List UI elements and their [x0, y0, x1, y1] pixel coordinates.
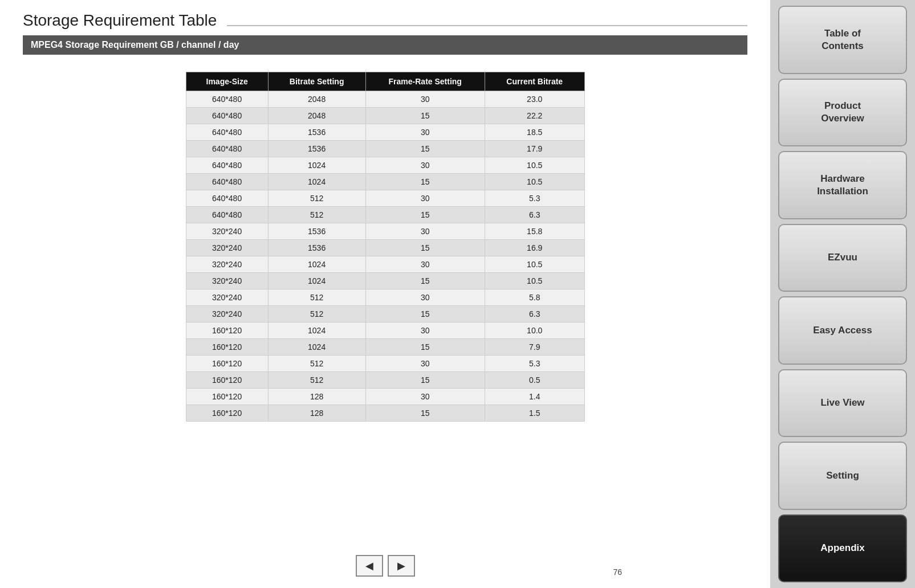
- table-cell: 22.2: [485, 108, 584, 124]
- table-row: 320*24010241510.5: [186, 273, 584, 289]
- table-cell: 30: [365, 256, 485, 273]
- table-row: 160*12010243010.0: [186, 322, 584, 339]
- table-cell: 30: [365, 356, 485, 372]
- table-cell: 640*480: [186, 174, 268, 190]
- table-cell: 512: [268, 306, 365, 322]
- table-row: 160*120128151.5: [186, 405, 584, 422]
- page-title: Storage Requirement Table: [23, 11, 217, 30]
- table-cell: 30: [365, 190, 485, 207]
- table-cell: 160*120: [186, 372, 268, 389]
- table-cell: 512: [268, 289, 365, 306]
- sidebar-btn-ezvuu[interactable]: EZvuu: [778, 224, 907, 292]
- table-row: 640*48015361517.9: [186, 141, 584, 157]
- storage-table: Image-SizeBitrate SettingFrame-Rate Sett…: [186, 72, 585, 422]
- page-number: 76: [613, 567, 622, 577]
- table-cell: 5.3: [485, 190, 584, 207]
- prev-button[interactable]: ◀: [356, 555, 383, 577]
- table-cell: 320*240: [186, 289, 268, 306]
- table-cell: 1024: [268, 273, 365, 289]
- table-cell: 18.5: [485, 124, 584, 141]
- table-cell: 15: [365, 174, 485, 190]
- main-content: Storage Requirement Table MPEG4 Storage …: [0, 0, 770, 588]
- table-cell: 16.9: [485, 240, 584, 256]
- table-cell: 640*480: [186, 141, 268, 157]
- table-cell: 15: [365, 339, 485, 356]
- table-cell: 10.0: [485, 322, 584, 339]
- table-header-cell: Frame-Rate Setting: [365, 72, 485, 91]
- table-cell: 5.3: [485, 356, 584, 372]
- table-cell: 160*120: [186, 405, 268, 422]
- table-cell: 2048: [268, 108, 365, 124]
- table-cell: 512: [268, 207, 365, 223]
- table-row: 160*120512305.3: [186, 356, 584, 372]
- table-cell: 1536: [268, 124, 365, 141]
- table-wrapper: Image-SizeBitrate SettingFrame-Rate Sett…: [23, 72, 747, 422]
- table-cell: 15: [365, 306, 485, 322]
- table-cell: 640*480: [186, 190, 268, 207]
- table-cell: 6.3: [485, 306, 584, 322]
- table-cell: 10.5: [485, 273, 584, 289]
- sidebar-btn-product-overview[interactable]: Product Overview: [778, 79, 907, 147]
- table-cell: 640*480: [186, 108, 268, 124]
- table-body: 640*48020483023.0640*48020481522.2640*48…: [186, 91, 584, 422]
- table-row: 640*48020481522.2: [186, 108, 584, 124]
- table-cell: 30: [365, 223, 485, 240]
- sidebar-btn-easy-access[interactable]: Easy Access: [778, 296, 907, 365]
- table-row: 320*24010243010.5: [186, 256, 584, 273]
- table-header-cell: Bitrate Setting: [268, 72, 365, 91]
- table-cell: 7.9: [485, 339, 584, 356]
- table-cell: 6.3: [485, 207, 584, 223]
- table-cell: 30: [365, 91, 485, 108]
- table-cell: 5.8: [485, 289, 584, 306]
- table-cell: 1024: [268, 339, 365, 356]
- table-row: 320*24015363015.8: [186, 223, 584, 240]
- table-cell: 320*240: [186, 306, 268, 322]
- table-cell: 15: [365, 405, 485, 422]
- table-row: 640*48020483023.0: [186, 91, 584, 108]
- table-row: 160*120512150.5: [186, 372, 584, 389]
- table-cell: 1024: [268, 174, 365, 190]
- table-cell: 15: [365, 141, 485, 157]
- table-cell: 10.5: [485, 256, 584, 273]
- table-row: 640*48010243010.5: [186, 157, 584, 174]
- table-cell: 15: [365, 372, 485, 389]
- title-row: Storage Requirement Table: [23, 11, 747, 30]
- table-cell: 15: [365, 240, 485, 256]
- table-cell: 1024: [268, 157, 365, 174]
- table-row: 640*480512305.3: [186, 190, 584, 207]
- table-cell: 640*480: [186, 157, 268, 174]
- next-button[interactable]: ▶: [388, 555, 415, 577]
- table-cell: 512: [268, 190, 365, 207]
- table-cell: 512: [268, 372, 365, 389]
- table-row: 640*48010241510.5: [186, 174, 584, 190]
- table-cell: 512: [268, 356, 365, 372]
- table-cell: 320*240: [186, 256, 268, 273]
- table-row: 160*1201024157.9: [186, 339, 584, 356]
- table-cell: 10.5: [485, 157, 584, 174]
- table-cell: 320*240: [186, 223, 268, 240]
- sidebar-btn-setting[interactable]: Setting: [778, 442, 907, 510]
- navigation-buttons: ◀ ▶: [23, 544, 747, 577]
- sidebar-btn-hardware-installation[interactable]: Hardware Installation: [778, 151, 907, 219]
- table-cell: 15: [365, 273, 485, 289]
- table-cell: 320*240: [186, 240, 268, 256]
- table-cell: 640*480: [186, 91, 268, 108]
- table-cell: 160*120: [186, 356, 268, 372]
- table-cell: 30: [365, 389, 485, 405]
- table-cell: 1024: [268, 322, 365, 339]
- table-cell: 128: [268, 389, 365, 405]
- table-cell: 17.9: [485, 141, 584, 157]
- table-cell: 640*480: [186, 124, 268, 141]
- table-cell: 160*120: [186, 339, 268, 356]
- sidebar-btn-table-of-contents[interactable]: Table of Contents: [778, 6, 907, 74]
- table-cell: 128: [268, 405, 365, 422]
- sidebar-btn-appendix[interactable]: Appendix: [778, 514, 907, 583]
- sidebar-btn-live-view[interactable]: Live View: [778, 369, 907, 438]
- table-cell: 640*480: [186, 207, 268, 223]
- sidebar: Table of ContentsProduct OverviewHardwar…: [770, 0, 915, 588]
- table-cell: 15: [365, 108, 485, 124]
- table-cell: 320*240: [186, 273, 268, 289]
- table-cell: 160*120: [186, 322, 268, 339]
- table-cell: 2048: [268, 91, 365, 108]
- table-row: 320*240512305.8: [186, 289, 584, 306]
